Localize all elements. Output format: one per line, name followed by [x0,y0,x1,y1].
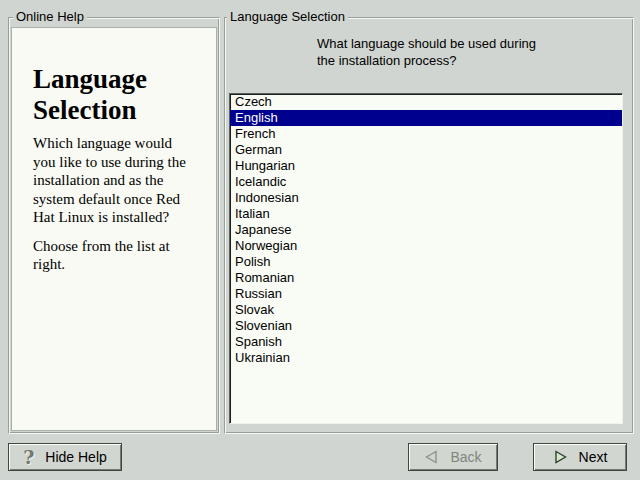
language-option-slovak[interactable]: Slovak [230,302,622,318]
language-option-english[interactable]: English [230,110,622,126]
language-option-icelandic[interactable]: Icelandic [230,174,622,190]
language-option-ukrainian[interactable]: Ukrainian [230,350,622,366]
language-option-indonesian[interactable]: Indonesian [230,190,622,206]
help-paragraph-1: Which language would you like to use dur… [33,134,208,227]
back-button[interactable]: Back [408,443,498,471]
question-label: What language should be used during the … [317,35,597,69]
language-option-italian[interactable]: Italian [230,206,622,222]
language-option-french[interactable]: French [230,126,622,142]
back-arrow-icon [424,450,439,464]
language-option-hungarian[interactable]: Hungarian [230,158,622,174]
help-content-panel: Language Selection Which language would … [11,27,217,431]
help-title: Language Selection [33,64,216,126]
language-option-russian[interactable]: Russian [230,286,622,302]
next-arrow-icon [553,450,568,464]
next-button[interactable]: Next [533,443,627,471]
language-option-spanish[interactable]: Spanish [230,334,622,350]
language-option-german[interactable]: German [230,142,622,158]
language-selection-frame-label: Language Selection [227,9,348,25]
next-label: Next [579,449,608,465]
language-option-japanese[interactable]: Japanese [230,222,622,238]
language-option-slovenian[interactable]: Slovenian [230,318,622,334]
hide-help-label: Hide Help [45,449,106,465]
language-option-czech[interactable]: Czech [230,94,622,110]
online-help-frame: Online Help Language Selection Which lan… [8,17,220,434]
online-help-frame-label: Online Help [13,9,87,25]
back-label: Back [450,449,481,465]
help-paragraph-2: Choose from the list at right. [33,237,208,274]
language-selection-frame: Language Selection What language should … [224,17,634,434]
hide-help-button[interactable]: ? Hide Help [8,443,122,471]
language-option-polish[interactable]: Polish [230,254,622,270]
help-question-icon: ? [23,450,34,464]
language-option-norwegian[interactable]: Norwegian [230,238,622,254]
language-option-romanian[interactable]: Romanian [230,270,622,286]
language-list: CzechEnglishFrenchGermanHungarianIceland… [229,93,623,424]
